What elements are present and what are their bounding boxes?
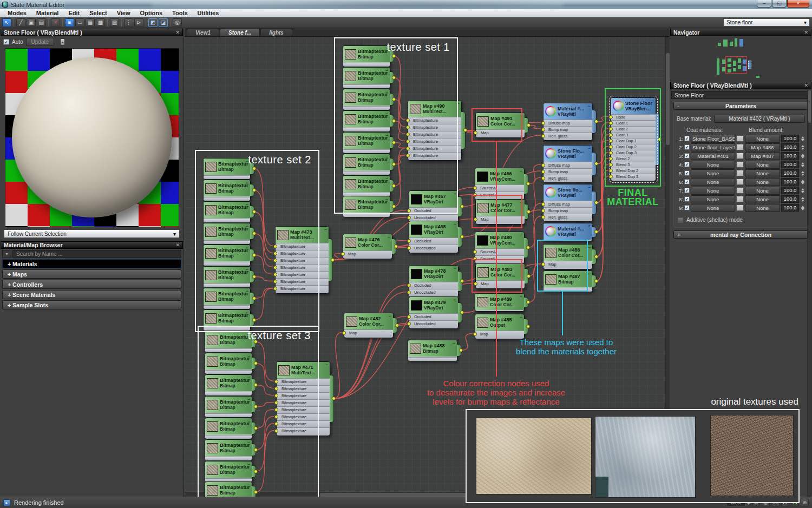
close-icon[interactable]: ✕ bbox=[175, 242, 180, 248]
output-socket[interactable] bbox=[526, 325, 530, 328]
node-input-slot[interactable]: Coat 1 bbox=[611, 120, 656, 126]
node-s3b8[interactable]: BitmaptextureBitmap− bbox=[205, 481, 252, 497]
blend-amount-value[interactable]: 100.0 bbox=[781, 204, 799, 212]
collapse-toggle-icon[interactable]: − bbox=[385, 46, 388, 51]
input-socket[interactable] bbox=[609, 139, 613, 143]
node-header[interactable]: BitmaptextureBitmap− bbox=[205, 353, 252, 370]
node-wire[interactable] bbox=[528, 177, 541, 212]
input-socket[interactable] bbox=[273, 273, 277, 276]
output-socket[interactable] bbox=[594, 120, 598, 123]
node-header[interactable]: Map #466VRayCom...− bbox=[475, 168, 524, 184]
output-socket[interactable] bbox=[254, 340, 258, 344]
input-socket[interactable] bbox=[609, 121, 613, 125]
collapse-toggle-icon[interactable]: − bbox=[588, 103, 591, 109]
output-socket[interactable] bbox=[252, 318, 256, 322]
node-header[interactable]: Map #471MultiText...− bbox=[277, 362, 330, 378]
node-s3b5[interactable]: BitmaptextureBitmap− bbox=[205, 418, 252, 439]
node-header[interactable]: Map #478VRayDirt− bbox=[409, 266, 458, 282]
coat-material-button[interactable]: None bbox=[691, 204, 735, 212]
collapse-toggle-icon[interactable]: − bbox=[246, 310, 248, 315]
collapse-toggle-icon[interactable]: − bbox=[246, 288, 248, 294]
spinner-down-icon[interactable] bbox=[801, 156, 804, 159]
coat-color-swatch[interactable] bbox=[736, 161, 744, 168]
output-socket[interactable] bbox=[392, 76, 396, 80]
collapse-toggle-icon[interactable]: − bbox=[588, 184, 591, 190]
node-mat1[interactable]: Material #...VRayMtl−Diffuse mapBump map… bbox=[543, 103, 593, 141]
output-socket[interactable] bbox=[594, 162, 598, 166]
input-socket[interactable] bbox=[609, 157, 613, 161]
node-m468[interactable]: Map #468VRayDirt−OccludedUnoccluded bbox=[409, 221, 459, 253]
collapse-toggle-icon[interactable]: − bbox=[454, 191, 456, 196]
spinner-down-icon[interactable] bbox=[801, 165, 804, 167]
layout-children-icon[interactable]: ⊳ bbox=[134, 18, 143, 27]
input-socket[interactable] bbox=[407, 246, 411, 250]
collapse-toggle-icon[interactable]: − bbox=[324, 227, 327, 232]
node-header[interactable]: BitmaptextureBitmap− bbox=[205, 482, 252, 497]
output-socket[interactable] bbox=[331, 258, 335, 262]
node-wire[interactable] bbox=[394, 121, 405, 141]
input-socket[interactable] bbox=[274, 387, 278, 391]
node-input-slot[interactable]: Bump map bbox=[543, 168, 592, 175]
node-s2b7[interactable]: BitmaptextureBitmap− bbox=[203, 288, 251, 309]
node-header[interactable]: Map #482Color Cor...− bbox=[344, 313, 393, 329]
input-socket[interactable] bbox=[407, 239, 411, 243]
browser-group--scene-materials[interactable]: + Scene Materials bbox=[2, 290, 181, 299]
coat-enable-checkbox[interactable]: ✓ bbox=[684, 179, 690, 184]
coat-material-button[interactable]: None bbox=[691, 187, 735, 195]
tab-stonef[interactable]: Stone f... bbox=[220, 28, 260, 36]
selection-mode-dropdown[interactable]: Follow Current Selection ▾ bbox=[4, 229, 180, 238]
node-header[interactable]: Map #477Color Cor...− bbox=[476, 200, 525, 216]
node-m466[interactable]: Map #466VRayCom...−SourceASourceB bbox=[475, 168, 525, 200]
sample-type-icon[interactable] bbox=[60, 38, 65, 45]
node-input-slot[interactable]: Bitmaptexture bbox=[277, 420, 330, 427]
node-header[interactable]: Material #...VRayMtl+ bbox=[543, 223, 592, 240]
additive-mode-checkbox[interactable] bbox=[678, 217, 683, 223]
menu-tools[interactable]: Tools bbox=[167, 10, 193, 16]
node-input-slot[interactable]: Bitmaptexture bbox=[408, 131, 461, 138]
show-realistic-material-icon[interactable]: ▩ bbox=[96, 18, 105, 27]
node-input-slot[interactable]: Occluded bbox=[409, 207, 458, 214]
node-header[interactable]: Map #483Color Cor...− bbox=[476, 264, 525, 280]
zoom-tool-icon[interactable]: ◎ bbox=[173, 18, 182, 27]
input-socket[interactable] bbox=[541, 202, 545, 206]
coat-color-swatch[interactable] bbox=[736, 204, 744, 211]
output-socket[interactable] bbox=[594, 201, 598, 204]
output-socket[interactable] bbox=[392, 184, 396, 188]
output-socket[interactable] bbox=[254, 448, 258, 452]
input-socket[interactable] bbox=[342, 331, 346, 335]
input-socket[interactable] bbox=[273, 252, 277, 255]
parameter-panel-header[interactable]: Stone Floor ( VRayBlendMtl ) ✕ bbox=[670, 82, 811, 89]
collapse-toggle-icon[interactable]: − bbox=[385, 176, 388, 181]
output-socket[interactable] bbox=[252, 296, 256, 300]
node-input-slot[interactable]: Diffuse map bbox=[543, 201, 592, 207]
delete-selected-icon[interactable]: × bbox=[51, 18, 60, 27]
input-socket[interactable] bbox=[407, 209, 411, 213]
coat-enable-checkbox[interactable]: ✓ bbox=[684, 153, 690, 159]
coat-color-swatch[interactable] bbox=[736, 196, 744, 202]
node-input-slot[interactable]: Blend Dup 3 bbox=[611, 174, 656, 180]
node-wire[interactable] bbox=[254, 255, 273, 274]
node-input-slot[interactable]: Occluded bbox=[409, 313, 458, 320]
output-socket[interactable] bbox=[392, 162, 396, 166]
input-socket[interactable] bbox=[474, 217, 477, 221]
spinner-up-icon[interactable] bbox=[801, 197, 804, 199]
output-socket[interactable] bbox=[460, 235, 464, 239]
node-m480[interactable]: Map #480VRayCom...−SourceASourceB bbox=[475, 232, 525, 264]
node-wire[interactable] bbox=[256, 403, 274, 407]
node-input-slot[interactable]: Bitmaptexture bbox=[277, 413, 330, 420]
node-wire[interactable] bbox=[394, 56, 405, 120]
output-socket[interactable] bbox=[527, 123, 531, 127]
node-final[interactable]: Stone FloorVRayBlen...−BaseCoat 1Coat 2C… bbox=[611, 97, 656, 181]
output-socket[interactable] bbox=[254, 361, 258, 365]
collapse-toggle-icon[interactable]: − bbox=[520, 232, 522, 237]
spinner-up-icon[interactable] bbox=[801, 136, 804, 138]
node-header[interactable]: BitmaptextureBitmap− bbox=[205, 418, 252, 434]
collapse-toggle-icon[interactable]: − bbox=[246, 245, 248, 250]
coat-enable-checkbox[interactable]: ✓ bbox=[684, 136, 690, 141]
node-mat4[interactable]: Material #...VRayMtl+ bbox=[543, 223, 593, 241]
output-socket[interactable] bbox=[254, 470, 258, 473]
menu-select[interactable]: Select bbox=[84, 10, 112, 16]
close-icon[interactable]: ✕ bbox=[175, 30, 180, 35]
output-socket[interactable] bbox=[392, 119, 396, 123]
input-socket[interactable] bbox=[541, 170, 545, 174]
